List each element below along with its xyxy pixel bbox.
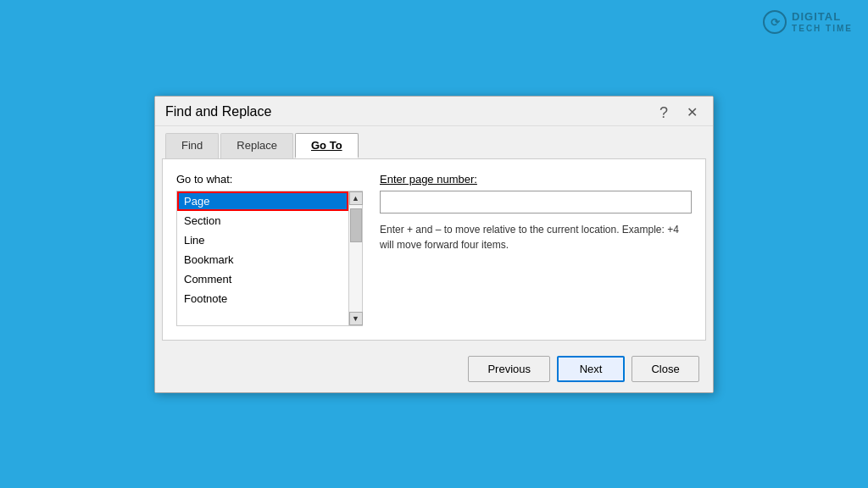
watermark-icon: ⟳	[763, 10, 787, 34]
list-item-page[interactable]: Page	[177, 191, 348, 211]
close-action-button[interactable]: Close	[632, 356, 699, 382]
watermark-line1: DIGITAL	[792, 11, 853, 23]
body-content: Go to what: Page Section Line Boo	[176, 173, 692, 326]
next-button[interactable]: Next	[557, 356, 625, 382]
scroll-up-arrow[interactable]: ▲	[349, 191, 363, 205]
watermark-line2: TECH TIME	[792, 24, 853, 33]
scroll-track[interactable]	[349, 205, 362, 312]
tab-replace[interactable]: Replace	[220, 133, 293, 158]
find-replace-dialog: Find and Replace ? ✕ Find Replace Go To …	[154, 96, 714, 393]
dialog-body: Go to what: Page Section Line Boo	[162, 158, 706, 341]
list-container: Page Section Line Bookmark Comment	[176, 191, 363, 326]
title-controls: ? ✕	[654, 103, 703, 125]
dialog-title: Find and Replace	[165, 104, 271, 125]
watermark: ⟳ DIGITAL TECH TIME	[763, 10, 853, 34]
goto-what-label: Go to what:	[176, 173, 363, 186]
scroll-thumb[interactable]	[350, 208, 362, 242]
list-item-section[interactable]: Section	[177, 211, 348, 230]
list-item-comment[interactable]: Comment	[177, 269, 348, 289]
list-items: Page Section Line Bookmark Comment	[177, 191, 348, 325]
previous-button[interactable]: Previous	[468, 356, 550, 382]
tab-find[interactable]: Find	[165, 133, 219, 158]
list-item-footnote[interactable]: Footnote	[177, 289, 348, 308]
button-row: Previous Next Close	[155, 347, 713, 392]
page-number-input[interactable]	[380, 191, 692, 214]
help-button[interactable]: ?	[654, 103, 673, 122]
left-panel: Go to what: Page Section Line Boo	[176, 173, 363, 326]
right-panel: Enter page number: Enter + and – to move…	[380, 173, 692, 326]
hint-text: Enter + and – to move relative to the cu…	[380, 222, 692, 252]
dialog-title-bar: Find and Replace ? ✕	[155, 97, 713, 126]
dialog-close-button[interactable]: ✕	[682, 104, 703, 121]
list-item-bookmark[interactable]: Bookmark	[177, 250, 348, 269]
scroll-down-arrow[interactable]: ▼	[349, 312, 363, 325]
page-number-label: Enter page number:	[380, 173, 692, 186]
list-scrollbar[interactable]: ▲ ▼	[348, 191, 362, 325]
tab-bar: Find Replace Go To	[155, 126, 713, 158]
list-item-line[interactable]: Line	[177, 230, 348, 250]
tab-goto[interactable]: Go To	[295, 133, 359, 158]
